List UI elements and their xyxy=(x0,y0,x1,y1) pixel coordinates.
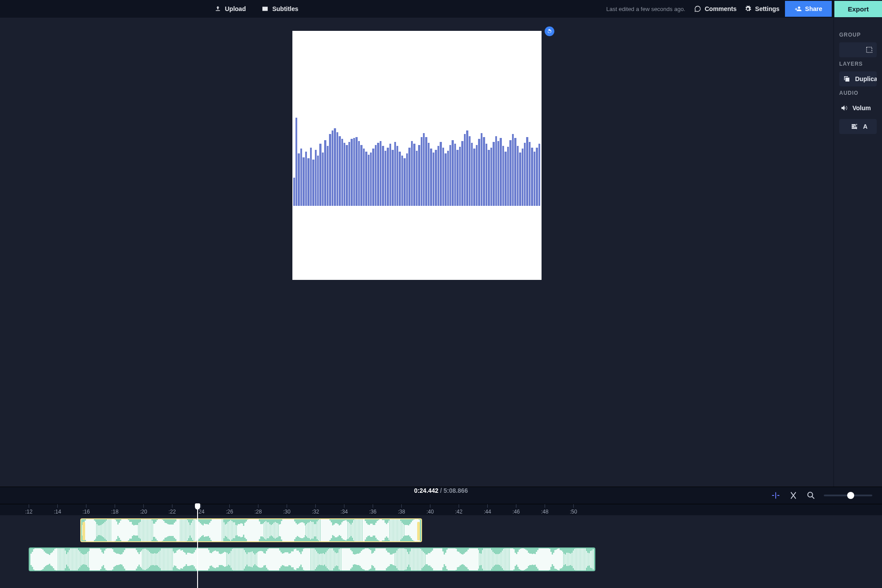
last-edited-status: Last edited a few seconds ago. xyxy=(606,6,685,12)
duplicate-button[interactable]: Duplica xyxy=(839,71,877,86)
toolbar-left-group: Upload Subtitles xyxy=(212,3,301,15)
volume-label: Volum xyxy=(852,104,871,112)
zoom-tool[interactable] xyxy=(806,491,816,500)
subtitles-label: Subtitles xyxy=(272,5,298,12)
app-root: Upload Subtitles Last edited a few secon… xyxy=(0,0,882,588)
ruler-tick: :22 xyxy=(168,504,176,516)
audio-visualizer xyxy=(292,118,542,206)
share-button[interactable]: Share xyxy=(785,1,832,17)
refresh-icon xyxy=(546,28,553,34)
zoom-thumb[interactable] xyxy=(847,492,854,499)
settings-label: Settings xyxy=(755,5,779,12)
canvas-area xyxy=(0,18,833,487)
upload-label: Upload xyxy=(225,5,246,12)
ruler-tick: :44 xyxy=(484,504,491,516)
zoom-slider[interactable] xyxy=(824,495,872,496)
comments-button[interactable]: Comments xyxy=(691,3,739,15)
group-heading: GROUP xyxy=(839,32,877,38)
ruler-tick: :20 xyxy=(140,504,147,516)
audio-adjust-label: A xyxy=(863,123,867,130)
clip-handle-right[interactable] xyxy=(417,522,420,540)
split-tool[interactable] xyxy=(771,491,781,500)
audio-clip[interactable] xyxy=(29,547,595,571)
timeline-tools xyxy=(771,491,872,500)
clip-handle-left[interactable] xyxy=(82,522,85,540)
right-panel: GROUP LAYERS Duplica AUDIO Volum A xyxy=(833,18,882,487)
time-display: 0:24.442 / 5:08.866 xyxy=(414,487,468,494)
canvas-preview[interactable] xyxy=(292,31,542,280)
track-row[interactable] xyxy=(0,517,882,544)
ruler-tick: :16 xyxy=(82,504,90,516)
duplicate-label: Duplica xyxy=(855,75,877,82)
volume-button[interactable]: Volum xyxy=(839,100,877,115)
total-time: 5:08.866 xyxy=(444,487,468,494)
sliders-icon xyxy=(851,123,859,130)
trim-tool[interactable] xyxy=(789,491,798,500)
ruler-tick: :50 xyxy=(570,504,577,516)
gear-icon xyxy=(744,5,751,12)
time-ruler[interactable]: :12:14:16:18:20:22:24:26:28:30:32:34:36:… xyxy=(0,504,882,515)
trim-icon xyxy=(789,491,798,500)
ruler-tick: :18 xyxy=(111,504,119,516)
ruler-tick: :28 xyxy=(254,504,262,516)
subtitles-icon xyxy=(262,5,269,12)
export-button[interactable]: Export xyxy=(834,1,882,17)
copy-icon xyxy=(843,75,851,83)
ruler-tick: :30 xyxy=(283,504,291,516)
speaker-icon xyxy=(840,104,848,112)
upload-button[interactable]: Upload xyxy=(212,3,248,15)
upload-icon xyxy=(214,5,221,12)
track-row[interactable] xyxy=(0,546,882,573)
ruler-tick: :48 xyxy=(541,504,549,516)
ruler-tick: :12 xyxy=(25,504,33,516)
top-toolbar: Upload Subtitles Last edited a few secon… xyxy=(0,0,882,18)
ruler-tick: :46 xyxy=(512,504,520,516)
audio-adjust-button[interactable]: A xyxy=(839,119,877,134)
ruler-tick: :34 xyxy=(340,504,348,516)
ruler-tick: :36 xyxy=(369,504,377,516)
tracks-area[interactable] xyxy=(0,515,882,588)
ruler-tick: :40 xyxy=(426,504,434,516)
current-time: 0:24.442 xyxy=(414,487,438,494)
audio-clip[interactable] xyxy=(80,518,422,542)
playhead-line[interactable] xyxy=(197,515,198,588)
subtitles-button[interactable]: Subtitles xyxy=(259,3,301,15)
ruler-tick: :38 xyxy=(398,504,405,516)
ruler-tick: :42 xyxy=(455,504,463,516)
timeline-controls: 0:24.442 / 5:08.866 xyxy=(0,487,882,504)
main-area: GROUP LAYERS Duplica AUDIO Volum A xyxy=(0,18,882,487)
ruler-tick: :14 xyxy=(54,504,61,516)
person-plus-icon xyxy=(795,5,802,12)
chat-icon xyxy=(694,5,701,12)
select-icon xyxy=(865,46,873,54)
share-label: Share xyxy=(805,5,822,12)
group-select-button[interactable] xyxy=(839,42,877,57)
layers-heading: LAYERS xyxy=(839,61,877,67)
audio-heading: AUDIO xyxy=(839,90,877,96)
export-label: Export xyxy=(848,5,869,13)
timeline: 0:24.442 / 5:08.866 xyxy=(0,487,882,588)
split-icon xyxy=(771,491,781,500)
magnifier-icon xyxy=(806,491,816,500)
ruler-tick: :26 xyxy=(226,504,233,516)
ruler-tick: :32 xyxy=(312,504,319,516)
svg-point-0 xyxy=(808,492,813,497)
settings-button[interactable]: Settings xyxy=(742,3,782,15)
comments-label: Comments xyxy=(705,5,736,12)
refresh-button[interactable] xyxy=(545,26,554,36)
playhead-knob[interactable] xyxy=(195,503,200,510)
